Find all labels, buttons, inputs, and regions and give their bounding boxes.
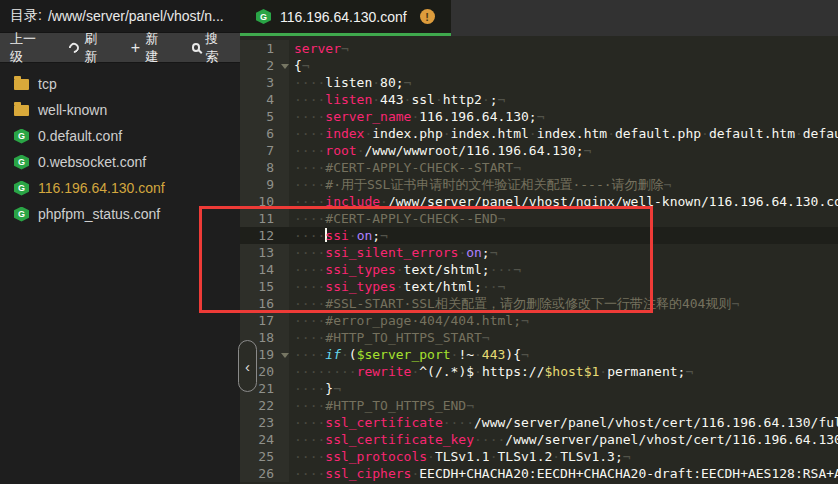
fold-toggle[interactable] xyxy=(280,57,289,74)
file-item-0.websocket.conf[interactable]: G0.websocket.conf xyxy=(0,149,240,175)
file-item-0.default.conf[interactable]: G0.default.conf xyxy=(0,123,240,149)
code-line-5[interactable]: 5····server_name·116.196.64.130;¬ xyxy=(240,108,838,125)
directory-breadcrumb[interactable]: 目录: /www/server/panel/vhost/n... xyxy=(0,0,240,33)
token-txt: ; xyxy=(490,92,498,107)
code-line-24[interactable]: 24····ssl_certificate_key····/www/server… xyxy=(240,431,838,448)
code-line-25[interactable]: 25····ssl_protocols·TLSv1.1·TLSv1.2·TLSv… xyxy=(240,448,838,465)
token-ws: · xyxy=(349,228,357,243)
token-num: on xyxy=(466,245,482,260)
token-eol: ¬ xyxy=(302,58,310,73)
line-number: 16 xyxy=(240,295,280,312)
code-line-16[interactable]: 16····#SSL-START·SSL相关配置，请勿删除或修改下一行带注释的4… xyxy=(240,295,838,312)
tab-active-conf-file[interactable]: G 116.196.64.130.conf ! xyxy=(240,0,451,36)
token-cm: #CERT-APPLY-CHECK--START xyxy=(325,160,513,175)
token-txt: http2 xyxy=(443,92,482,107)
code-line-12[interactable]: 12····ssi·on;¬ xyxy=(240,227,838,244)
code-line-13[interactable]: 13····ssi_silent_errors·on;¬ xyxy=(240,244,838,261)
code-line-9[interactable]: 9····#·用于SSL证书申请时的文件验证相关配置·---·请勿删除¬ xyxy=(240,176,838,193)
code-content: ····ssi_types·text/shtml;···¬ xyxy=(289,261,838,278)
token-kw: ssi xyxy=(325,228,348,243)
code-line-18[interactable]: 18····#HTTP_TO_HTTPS_START¬ xyxy=(240,329,838,346)
token-txt: TLSv1.1 xyxy=(435,449,490,464)
fold-gutter xyxy=(280,40,289,57)
line-number: 11 xyxy=(240,210,280,227)
token-cm: #HTTP_TO_HTTPS_END xyxy=(325,398,466,413)
token-ws: ···· xyxy=(294,449,325,464)
file-item-well-known[interactable]: well-known xyxy=(0,97,240,123)
code-line-10[interactable]: 10····include·/www/server/panel/vhost/ng… xyxy=(240,193,838,210)
token-eol: ¬ xyxy=(731,296,739,311)
file-item-phpfpm_status.conf[interactable]: Gphpfpm_status.conf xyxy=(0,201,240,227)
token-txt: ssl xyxy=(411,92,434,107)
fold-toggle[interactable] xyxy=(280,346,289,363)
file-item-tcp[interactable]: tcp xyxy=(0,71,240,97)
file-item-116.196.64.130.conf[interactable]: G116.196.64.130.conf xyxy=(0,175,240,201)
token-txt: 80; xyxy=(380,75,403,90)
code-line-14[interactable]: 14····ssi_types·text/shtml;···¬ xyxy=(240,261,838,278)
code-content: ····ssl_ciphers·EECDH+CHACHA20:EECDH+CHA… xyxy=(289,465,838,482)
nginx-g-icon: G xyxy=(14,155,29,170)
token-ws: ···· xyxy=(294,398,325,413)
code-line-11[interactable]: 11····#CERT-APPLY-CHECK--END¬ xyxy=(240,210,838,227)
fold-gutter xyxy=(280,329,289,346)
token-yel: $host$1 xyxy=(545,364,600,379)
token-cm: #SSL-START·SSL相关配置，请勿删除或修改下一行带注释的404规则 xyxy=(325,296,731,311)
token-kwu: include xyxy=(325,194,380,209)
token-kw: server_name xyxy=(325,109,411,124)
token-ws: ···· xyxy=(294,279,325,294)
up-level-button[interactable]: 上一级 xyxy=(10,30,47,66)
code-content: {¬ xyxy=(289,57,838,74)
code-line-21[interactable]: 21····}¬ xyxy=(240,380,838,397)
warning-icon: ! xyxy=(420,9,435,24)
token-ws: ··· xyxy=(490,262,513,277)
token-ws: ···· xyxy=(294,415,325,430)
code-line-19[interactable]: 19····if·($server_port·!~·443){¬ xyxy=(240,346,838,363)
code-line-26[interactable]: 26····ssl_ciphers·EECDH+CHACHA20:EECDH+C… xyxy=(240,465,838,482)
token-kw: root xyxy=(325,143,356,158)
token-cm: #error_page·404/404.html; xyxy=(325,313,521,328)
code-line-6[interactable]: 6····index·index.php·index.html·index.ht… xyxy=(240,125,838,142)
code-line-22[interactable]: 22····#HTTP_TO_HTTPS_END¬ xyxy=(240,397,838,414)
code-content: ····ssi·on;¬ xyxy=(289,227,838,244)
file-name: 0.websocket.conf xyxy=(38,154,146,170)
code-line-23[interactable]: 23····ssl_certificate····/www/server/pan… xyxy=(240,414,838,431)
token-txt: ){ xyxy=(505,347,521,362)
code-line-20[interactable]: 20········rewrite·^(/.*)$·https://$host$… xyxy=(240,363,838,380)
code-content: ····}¬ xyxy=(289,380,838,397)
search-button[interactable]: 搜索 xyxy=(192,30,230,66)
fold-gutter xyxy=(280,108,289,125)
fold-gutter xyxy=(280,142,289,159)
token-ws: · xyxy=(474,364,482,379)
fold-gutter xyxy=(280,244,289,261)
token-kw: ssi_types xyxy=(325,262,395,277)
code-line-3[interactable]: 3····listen·80;¬ xyxy=(240,74,838,91)
sidebar-collapse-handle[interactable]: ‹ xyxy=(238,340,257,392)
code-line-17[interactable]: 17····#error_page·404/404.html;¬ xyxy=(240,312,838,329)
sidebar: 目录: /www/server/panel/vhost/n... 上一级刷新+新… xyxy=(0,0,240,484)
folder-icon xyxy=(14,79,29,90)
code-line-2[interactable]: 2{¬ xyxy=(240,57,838,74)
code-line-1[interactable]: 1server¬ xyxy=(240,40,838,57)
token-txt: ^(/.*)$ xyxy=(419,364,474,379)
token-eol: ¬ xyxy=(513,262,521,277)
new-button[interactable]: +新建 xyxy=(131,30,170,66)
line-number: 25 xyxy=(240,448,280,465)
code-line-7[interactable]: 7····root·/www/wwwroot/116.196.64.130;¬ xyxy=(240,142,838,159)
token-eol: ¬ xyxy=(498,211,506,226)
code-editor[interactable]: 1server¬2{¬3····listen·80;¬4····listen·4… xyxy=(240,36,838,484)
code-line-8[interactable]: 8····#CERT-APPLY-CHECK--START¬ xyxy=(240,159,838,176)
refresh-button[interactable]: 刷新 xyxy=(69,30,108,66)
token-eol: ¬ xyxy=(498,92,506,107)
token-txt: { xyxy=(294,58,302,73)
fold-gutter xyxy=(280,74,289,91)
file-manager-editor-window: 目录: /www/server/panel/vhost/n... 上一级刷新+新… xyxy=(0,0,838,484)
file-toolbar: 上一级刷新+新建搜索 xyxy=(0,33,240,63)
fold-gutter xyxy=(280,193,289,210)
token-kw: ssi_types xyxy=(325,279,395,294)
token-txt: 443 xyxy=(380,92,403,107)
code-line-4[interactable]: 4····listen·443·ssl·http2·;¬ xyxy=(240,91,838,108)
token-eol: ¬ xyxy=(404,75,412,90)
code-content: ····server_name·116.196.64.130;¬ xyxy=(289,108,838,125)
code-line-15[interactable]: 15····ssi_types·text/html;··¬ xyxy=(240,278,838,295)
line-number: 2 xyxy=(240,57,280,74)
